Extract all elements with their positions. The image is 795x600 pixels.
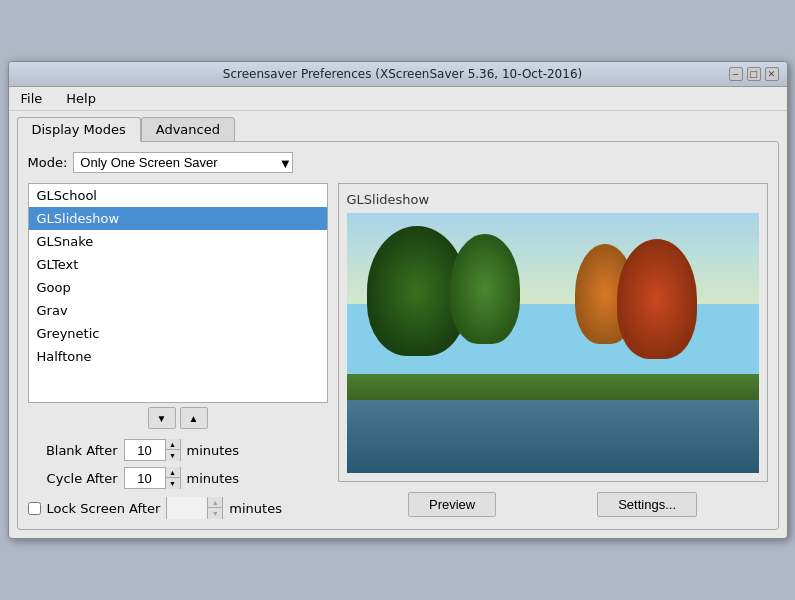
tree-red	[617, 239, 697, 359]
list-item[interactable]: Goop	[29, 276, 327, 299]
blank-after-down-btn[interactable]: ▼	[166, 450, 180, 461]
cycle-after-down-btn[interactable]: ▼	[166, 478, 180, 489]
lock-screen-up-btn: ▲	[208, 497, 222, 508]
settings-button[interactable]: Settings...	[597, 492, 697, 517]
blank-after-spinner: 10 ▲ ▼	[124, 439, 181, 461]
left-panel: GLSchool GLSlideshow GLSnake GLText Goop…	[28, 183, 328, 519]
main-window: Screensaver Preferences (XScreenSaver 5.…	[8, 61, 788, 539]
lock-screen-unit: minutes	[229, 501, 282, 516]
lock-screen-down-btn: ▼	[208, 508, 222, 519]
cycle-after-spinner: 10 ▲ ▼	[124, 467, 181, 489]
lock-screen-spinner: ▲ ▼	[166, 497, 223, 519]
lock-screen-row: Lock Screen After ▲ ▼ minutes	[28, 497, 328, 519]
lock-screen-label: Lock Screen After	[47, 501, 161, 516]
list-nav-buttons: ▼ ▲	[28, 407, 328, 429]
lock-screen-checkbox[interactable]	[28, 502, 41, 515]
list-item-selected[interactable]: GLSlideshow	[29, 207, 327, 230]
tab-advanced[interactable]: Advanced	[141, 117, 235, 142]
list-item[interactable]: Grav	[29, 299, 327, 322]
garden-scene	[347, 213, 759, 473]
menubar: File Help	[9, 87, 787, 111]
mode-label: Mode:	[28, 155, 68, 170]
list-item[interactable]: GLText	[29, 253, 327, 276]
blank-after-input[interactable]: 10	[125, 439, 165, 461]
lock-screen-input	[167, 497, 207, 519]
tab-content: Mode: Only One Screen Saver GLSchool GLS…	[17, 141, 779, 530]
right-panel: GLSlideshow	[338, 183, 768, 519]
list-down-button[interactable]: ▼	[148, 407, 176, 429]
cycle-after-up-btn[interactable]: ▲	[166, 467, 180, 478]
main-area: GLSchool GLSlideshow GLSnake GLText Goop…	[28, 183, 768, 519]
close-button[interactable]: ✕	[765, 67, 779, 81]
cycle-after-row: Cycle After 10 ▲ ▼ minutes	[28, 467, 328, 489]
blank-after-spinner-btns: ▲ ▼	[165, 439, 180, 461]
lock-screen-spinner-btns: ▲ ▼	[207, 497, 222, 519]
blank-after-label: Blank After	[28, 443, 118, 458]
mode-row: Mode: Only One Screen Saver	[28, 152, 768, 173]
preview-action-buttons: Preview Settings...	[338, 492, 768, 517]
garden-water	[347, 400, 759, 473]
menu-file[interactable]: File	[17, 89, 47, 108]
mode-select-wrapper: Only One Screen Saver	[73, 152, 293, 173]
list-item[interactable]: Greynetic	[29, 322, 327, 345]
preview-box: GLSlideshow	[338, 183, 768, 482]
list-item[interactable]: Halftone	[29, 345, 327, 368]
menu-help[interactable]: Help	[62, 89, 100, 108]
cycle-after-spinner-btns: ▲ ▼	[165, 467, 180, 489]
list-item[interactable]: GLSchool	[29, 184, 327, 207]
tree-green2	[450, 234, 520, 344]
list-up-button[interactable]: ▲	[180, 407, 208, 429]
preview-title: GLSlideshow	[347, 192, 759, 207]
tab-display-modes[interactable]: Display Modes	[17, 117, 141, 142]
titlebar-controls: − □ ✕	[729, 67, 779, 81]
cycle-after-label: Cycle After	[28, 471, 118, 486]
preview-image	[347, 213, 759, 473]
blank-after-row: Blank After 10 ▲ ▼ minutes	[28, 439, 328, 461]
preview-button[interactable]: Preview	[408, 492, 496, 517]
blank-after-unit: minutes	[187, 443, 240, 458]
window-title: Screensaver Preferences (XScreenSaver 5.…	[77, 67, 729, 81]
titlebar: Screensaver Preferences (XScreenSaver 5.…	[9, 62, 787, 87]
list-item[interactable]: GLSnake	[29, 230, 327, 253]
screensaver-list[interactable]: GLSchool GLSlideshow GLSnake GLText Goop…	[28, 183, 328, 403]
cycle-after-unit: minutes	[187, 471, 240, 486]
cycle-after-input[interactable]: 10	[125, 467, 165, 489]
blank-after-up-btn[interactable]: ▲	[166, 439, 180, 450]
mode-select[interactable]: Only One Screen Saver	[73, 152, 293, 173]
settings-area: Blank After 10 ▲ ▼ minutes Cycle After	[28, 439, 328, 519]
tabs: Display Modes Advanced	[9, 111, 787, 142]
maximize-button[interactable]: □	[747, 67, 761, 81]
minimize-button[interactable]: −	[729, 67, 743, 81]
